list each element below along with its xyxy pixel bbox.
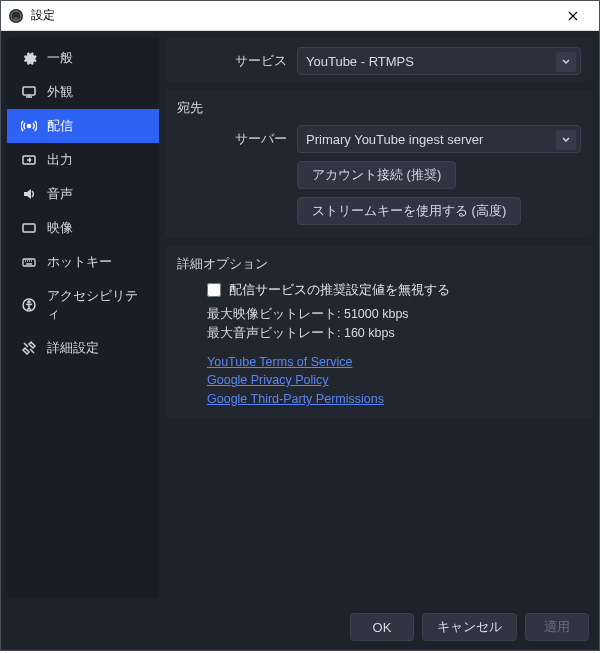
sidebar-item-advanced[interactable]: 詳細設定 [7,331,159,365]
sidebar-item-label: 出力 [47,151,73,169]
apply-button[interactable]: 適用 [525,613,589,641]
close-icon [568,11,578,21]
link-google-privacy[interactable]: Google Privacy Policy [207,371,581,390]
chevron-down-icon [556,52,576,72]
sidebar-item-stream[interactable]: 配信 [7,109,159,143]
audio-icon [21,186,37,202]
svg-rect-6 [23,259,35,266]
main: サービス YouTube - RTMPS 宛先 サーバー Primary You… [165,37,593,598]
sidebar-item-label: 外観 [47,83,73,101]
footer: OK キャンセル 適用 [1,604,599,650]
advanced-title: 詳細オプション [177,255,581,273]
ignore-recommendations-label: 配信サービスの推奨設定値を無視する [229,281,450,299]
app-icon [7,7,25,25]
server-label: サーバー [177,130,287,148]
gear-icon [21,50,37,66]
sidebar-item-label: ホットキー [47,253,112,271]
ignore-recommendations-checkbox[interactable]: 配信サービスの推奨設定値を無視する [207,281,581,299]
sidebar-item-label: 一般 [47,49,73,67]
service-select[interactable]: YouTube - RTMPS [297,47,581,75]
svg-rect-2 [23,87,35,95]
sidebar-item-output[interactable]: 出力 [7,143,159,177]
sidebar-item-label: 音声 [47,185,73,203]
panel-destination: 宛先 サーバー Primary YouTube ingest server アカ… [165,89,593,237]
svg-point-3 [28,125,31,128]
titlebar: 設定 [1,1,599,31]
sidebar-item-video[interactable]: 映像 [7,211,159,245]
broadcast-icon [21,118,37,134]
sidebar-item-general[interactable]: 一般 [7,41,159,75]
sidebar-item-accessibility[interactable]: アクセシビリティ [7,279,159,331]
server-value: Primary YouTube ingest server [306,132,483,147]
max-audio-bitrate: 最大音声ビットレート: 160 kbps [207,324,581,343]
panel-service: サービス YouTube - RTMPS [165,37,593,81]
ignore-recommendations-input[interactable] [207,283,221,297]
use-streamkey-button[interactable]: ストリームキーを使用する (高度) [297,197,521,225]
window-title: 設定 [31,7,55,24]
sidebar-item-appearance[interactable]: 外観 [7,75,159,109]
keyboard-icon [21,254,37,270]
link-youtube-tos[interactable]: YouTube Terms of Service [207,353,581,372]
output-icon [21,152,37,168]
sidebar-item-label: 映像 [47,219,73,237]
max-video-bitrate: 最大映像ビットレート: 51000 kbps [207,305,581,324]
appearance-icon [21,84,37,100]
service-label: サービス [177,52,287,70]
server-select[interactable]: Primary YouTube ingest server [297,125,581,153]
panel-advanced: 詳細オプション 配信サービスの推奨設定値を無視する 最大映像ビットレート: 51… [165,245,593,419]
video-icon [21,220,37,236]
settings-window: 設定 一般 外観 配信 出力 音声 [0,0,600,651]
link-google-thirdparty[interactable]: Google Third-Party Permissions [207,390,581,409]
ok-button[interactable]: OK [350,613,414,641]
body: 一般 外観 配信 出力 音声 映像 [1,31,599,604]
sidebar-item-label: 配信 [47,117,73,135]
sidebar-item-audio[interactable]: 音声 [7,177,159,211]
accessibility-icon [21,297,37,313]
connect-account-button[interactable]: アカウント接続 (推奨) [297,161,456,189]
cancel-button[interactable]: キャンセル [422,613,517,641]
tools-icon [21,340,37,356]
destination-title: 宛先 [177,99,581,117]
sidebar: 一般 外観 配信 出力 音声 映像 [7,37,159,598]
svg-rect-5 [23,224,35,232]
sidebar-item-label: アクセシビリティ [47,287,145,323]
chevron-down-icon [556,130,576,150]
service-value: YouTube - RTMPS [306,54,414,69]
close-button[interactable] [553,2,593,30]
sidebar-item-hotkeys[interactable]: ホットキー [7,245,159,279]
sidebar-item-label: 詳細設定 [47,339,99,357]
svg-point-8 [28,301,30,303]
